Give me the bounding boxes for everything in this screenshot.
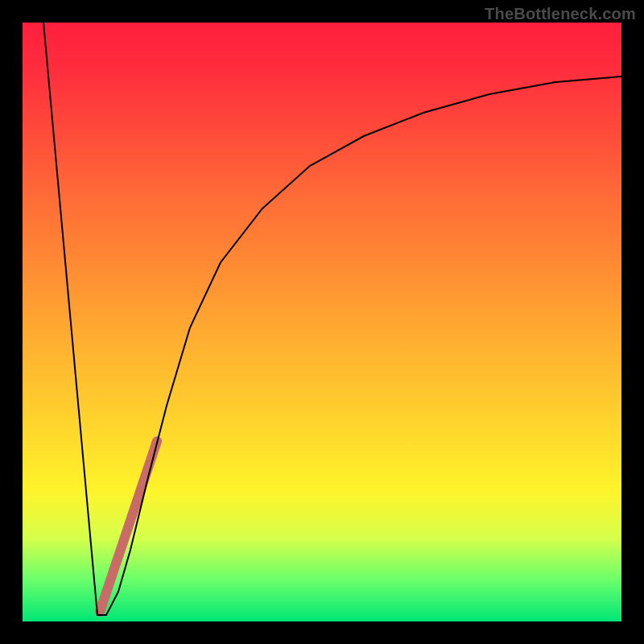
highlight-segment: [100, 441, 157, 612]
watermark-text: TheBottleneck.com: [485, 5, 636, 23]
plot-area: [23, 23, 621, 621]
curve-layer: [23, 23, 621, 621]
chart-stage: TheBottleneck.com: [0, 0, 644, 644]
